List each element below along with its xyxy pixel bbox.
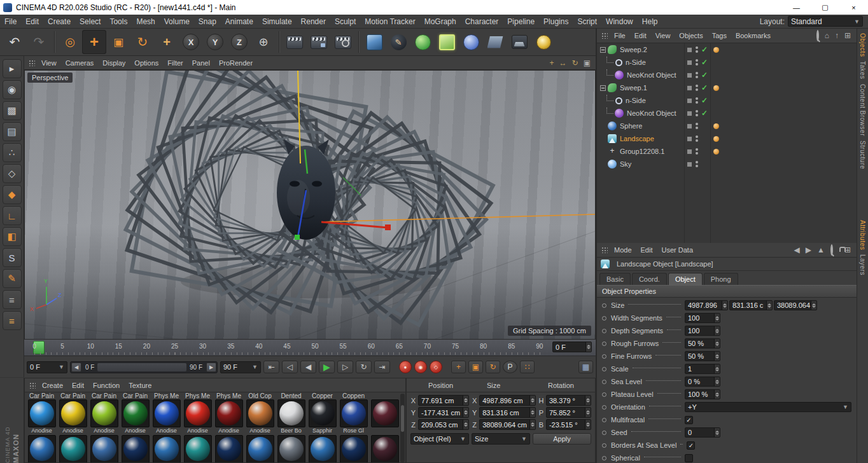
visibility-dots[interactable] (696, 59, 698, 66)
object-label[interactable]: Sphere (620, 122, 642, 130)
y-axis-grab[interactable] (295, 235, 300, 240)
property-field[interactable]: 0 (685, 427, 720, 438)
collapse-toggle-icon[interactable] (600, 85, 606, 91)
spinner[interactable] (463, 396, 468, 405)
panel-handle-icon[interactable] (29, 60, 35, 66)
render-settings-button[interactable] (331, 30, 355, 54)
material-thumbnail[interactable] (59, 399, 87, 427)
material-item[interactable]: Anodise (120, 399, 151, 435)
material-thumbnail[interactable] (277, 435, 305, 463)
layer-b-button[interactable]: ≡ (3, 311, 22, 330)
brush-tool-button[interactable]: ✎ (3, 269, 22, 288)
search-icon[interactable] (830, 245, 833, 254)
coordinate-system-button[interactable]: ⊕ (251, 30, 276, 54)
play-forwards-button[interactable]: ▶ (319, 361, 335, 373)
material-item[interactable]: Anodise (244, 399, 276, 435)
object-label[interactable]: NeoKnot Object (627, 71, 676, 79)
panel-handle-icon[interactable] (601, 247, 608, 253)
layer-chip[interactable] (687, 73, 692, 78)
current-frame-combo[interactable]: 0 F▼ (27, 361, 67, 373)
key-rotation-button[interactable]: ↻ (486, 361, 500, 373)
visibility-dots[interactable] (696, 72, 698, 78)
animation-dot-icon[interactable] (602, 431, 606, 435)
side-tab-takes[interactable]: Takes (859, 61, 866, 79)
om-menu-file[interactable]: File (610, 32, 630, 39)
property-field[interactable]: 38089.064 (774, 300, 817, 310)
viewport-menu-filter[interactable]: Filter (163, 59, 187, 67)
spinner[interactable] (463, 408, 468, 417)
material-thumbnail[interactable] (28, 399, 56, 427)
layer-chip[interactable] (687, 60, 692, 66)
material-item[interactable]: Anodise (57, 399, 88, 435)
material-thumbnail[interactable] (371, 399, 399, 427)
apply-button[interactable]: Apply (533, 433, 591, 445)
material-list[interactable]: Car PainCar PainCar PainCar PainPhys MeP… (25, 392, 405, 463)
om-menu-edit[interactable]: Edit (630, 32, 651, 39)
material-thumbnail[interactable] (246, 435, 274, 463)
property-field[interactable]: 831.316 c (729, 300, 773, 310)
tab-coord[interactable]: Coord. (632, 273, 667, 285)
spinner[interactable] (529, 420, 535, 429)
layer-chip[interactable] (687, 47, 692, 53)
enable-axis-button[interactable]: ∟ (3, 206, 22, 225)
rotate-view-icon[interactable]: ↻ (572, 59, 578, 67)
rotation-field[interactable]: 75.852 ° (546, 407, 591, 418)
zoom-view-icon[interactable]: ↔ (559, 59, 567, 67)
scene-objects-button[interactable] (507, 30, 531, 54)
menu-create[interactable]: Create (43, 17, 75, 26)
make-editable-button[interactable]: ▸ (3, 59, 22, 78)
spinner[interactable] (714, 326, 720, 335)
viewport-menu-display[interactable]: Display (98, 59, 130, 67)
object-row-sky[interactable]: Sky (597, 158, 857, 170)
model-mode-button[interactable]: ◉ (3, 80, 22, 99)
material-thumbnail[interactable] (153, 399, 181, 427)
object-row-sweep-1[interactable]: Sweep.1✓ (597, 81, 857, 94)
size-mode-combo[interactable]: Size ▼ (472, 433, 530, 445)
object-label[interactable]: Sweep.2 (620, 46, 647, 53)
am-menu-mode[interactable]: Mode (610, 246, 636, 254)
property-checkbox[interactable]: ✓ (687, 441, 695, 450)
material-thumbnail[interactable] (184, 435, 212, 463)
timeline-grid-button[interactable]: ▦ (578, 361, 593, 373)
menu-script[interactable]: Script (573, 17, 601, 26)
panel-handle-icon[interactable] (601, 32, 608, 39)
material-thumbnail[interactable] (371, 435, 399, 463)
render-picture-viewer-button[interactable] (307, 30, 331, 54)
range-left-grip[interactable]: ◀ (71, 363, 81, 372)
animation-dot-icon[interactable] (602, 456, 606, 460)
menu-snap[interactable]: Snap (194, 17, 221, 26)
material-item[interactable]: Anodise (151, 399, 182, 435)
menu-plugins[interactable]: Plugins (539, 17, 573, 26)
enabled-check-icon[interactable]: ✓ (701, 71, 708, 79)
lock-y-button[interactable]: Y (203, 30, 227, 54)
tab-basic[interactable]: Basic (599, 273, 631, 285)
object-label[interactable]: Sweep.1 (620, 84, 647, 92)
next-frame-button[interactable]: ▷ (337, 361, 353, 373)
material-thumbnail[interactable] (90, 435, 118, 463)
viewport-canvas[interactable]: YZX Perspective Grid Spacing : 1000 cm (24, 70, 596, 340)
material-item[interactable]: Anodise (213, 399, 244, 435)
side-tab-attributes[interactable]: Attributes (859, 220, 866, 250)
visibility-dots[interactable] (696, 46, 698, 53)
undo-button[interactable]: ↶ (3, 30, 27, 54)
layer-chip[interactable] (687, 111, 692, 116)
close-button[interactable]: × (839, 0, 868, 15)
menu-mesh[interactable]: Mesh (132, 17, 159, 26)
previous-frame-button[interactable]: ◀ (300, 361, 316, 373)
material-scrollbar[interactable] (400, 394, 405, 462)
light-tool-button[interactable] (531, 30, 556, 54)
history-back-icon[interactable]: ◀ (794, 245, 800, 254)
property-checkbox[interactable] (685, 454, 693, 462)
volume-builder-button[interactable] (459, 30, 483, 54)
viewport-menu-view[interactable]: View (37, 59, 61, 67)
animation-dot-icon[interactable] (602, 443, 606, 448)
menu-tools[interactable]: Tools (105, 17, 132, 26)
side-tab-layers[interactable]: Layers (859, 254, 866, 275)
render-view-button[interactable] (283, 30, 307, 54)
material-item[interactable] (88, 435, 120, 463)
layer-chip[interactable] (687, 136, 692, 142)
material-item[interactable]: Anodise (26, 399, 57, 435)
menu-window[interactable]: Window (601, 17, 638, 26)
lock-x-button[interactable]: X (179, 30, 203, 54)
material-thumbnail[interactable] (184, 399, 212, 427)
